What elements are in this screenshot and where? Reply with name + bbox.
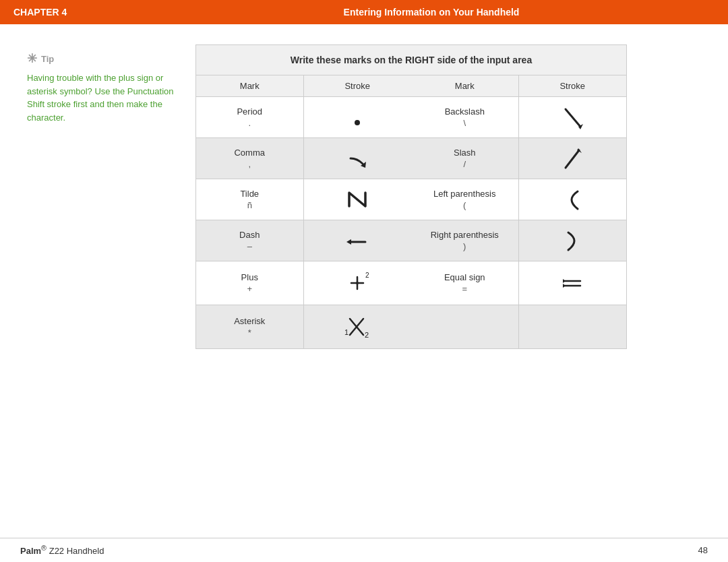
right-mark-cell: Right parenthesis) [411, 220, 519, 261]
svg-marker-15 [563, 284, 566, 288]
svg-line-1 [566, 109, 580, 127]
svg-text:2: 2 [365, 331, 369, 339]
table-section: Write these marks on the RIGHT side of t… [195, 44, 627, 518]
table-row: Comma,Slash/ [196, 138, 626, 179]
svg-marker-7 [346, 239, 351, 245]
table-row: Plus+2Equal sign= [196, 261, 626, 305]
left-mark-cell: Plus+ [196, 261, 304, 305]
tip-section: ✳ Tip Having trouble with the plus sign … [27, 44, 175, 518]
tip-asterisk-icon: ✳ [27, 51, 37, 66]
col-header-stroke1: Stroke [304, 75, 412, 96]
footer: Palm® Z22 Handheld 48 [0, 538, 728, 562]
header-chapter: CHAPTER 4 [13, 7, 148, 18]
right-mark-cell: Equal sign= [411, 261, 519, 305]
table-row: Dash–Right parenthesis) [196, 220, 626, 261]
col-header-mark2: Mark [411, 75, 519, 96]
right-stroke-cell [519, 305, 627, 348]
svg-marker-14 [563, 279, 566, 283]
main-content: ✳ Tip Having trouble with the plus sign … [0, 24, 728, 538]
right-stroke-cell [519, 220, 627, 261]
tip-header: ✳ Tip [27, 51, 175, 66]
table-container: Write these marks on the RIGHT side of t… [195, 44, 627, 349]
svg-line-4 [566, 150, 579, 168]
footer-page: 48 [698, 545, 708, 555]
tip-text: Having trouble with the plus sign or ast… [27, 71, 175, 124]
right-stroke-cell [519, 138, 627, 179]
tip-label: Tip [41, 54, 54, 64]
right-mark-cell [411, 305, 519, 348]
right-stroke-cell [519, 97, 627, 137]
left-mark-cell: Asterisk* [196, 305, 304, 348]
col-header-stroke2: Stroke [519, 75, 627, 96]
left-mark-cell: Dash– [196, 220, 304, 261]
col-header-mark1: Mark [196, 75, 304, 96]
svg-text:1: 1 [344, 328, 348, 336]
table-header-row: Mark Stroke Mark Stroke [196, 75, 626, 97]
svg-point-0 [355, 120, 360, 125]
right-mark-cell: Left parenthesis( [411, 179, 519, 220]
table-row: Asterisk*12 [196, 305, 626, 348]
left-stroke-cell [304, 220, 412, 261]
left-stroke-cell: 2 [304, 261, 412, 305]
table-row: Period.Backslash\ [196, 97, 626, 138]
right-stroke-cell [519, 179, 627, 220]
product-name: Z22 Handheld [49, 547, 104, 557]
left-mark-cell: Period. [196, 97, 304, 137]
left-stroke-cell [304, 179, 412, 220]
svg-point-10 [356, 282, 359, 284]
right-mark-cell: Backslash\ [411, 97, 519, 137]
svg-text:2: 2 [365, 272, 369, 279]
data-rows: Period.Backslash\Comma,Slash/TildeñLeft … [196, 97, 626, 348]
header-bar: CHAPTER 4 Entering Information on Your H… [0, 0, 728, 24]
left-mark-cell: Tildeñ [196, 179, 304, 220]
left-stroke-cell [304, 97, 412, 137]
right-mark-cell: Slash/ [411, 138, 519, 179]
brand-name: Palm [20, 547, 41, 557]
table-title: Write these marks on the RIGHT side of t… [196, 45, 626, 75]
left-mark-cell: Comma, [196, 138, 304, 179]
right-stroke-cell [519, 261, 627, 305]
left-stroke-cell [304, 138, 412, 179]
left-stroke-cell: 12 [304, 305, 412, 348]
footer-brand: Palm® Z22 Handheld [20, 544, 104, 556]
header-title: Entering Information on Your Handheld [148, 7, 715, 18]
table-row: TildeñLeft parenthesis( [196, 179, 626, 220]
